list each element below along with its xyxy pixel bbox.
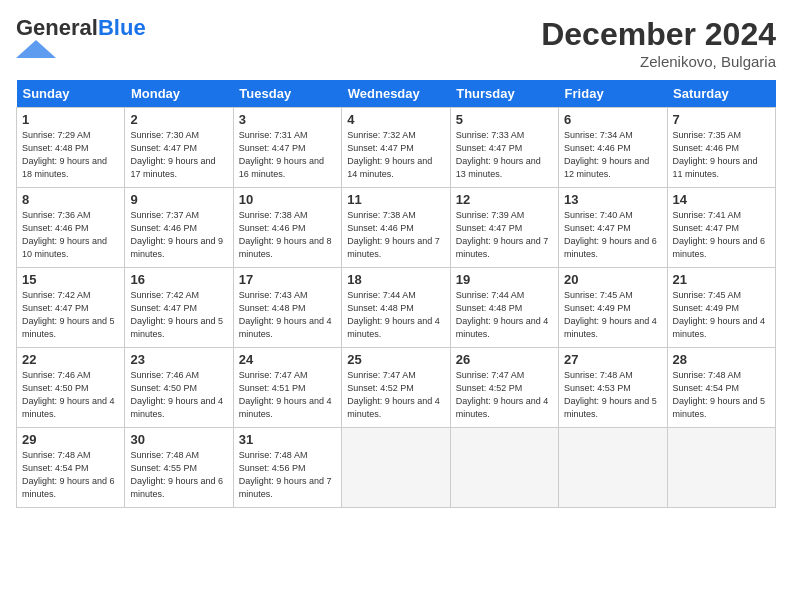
svg-marker-0 [16,40,56,58]
day-number: 30 [130,432,227,447]
day-info: Sunrise: 7:36 AM Sunset: 4:46 PM Dayligh… [22,209,119,261]
day-number: 20 [564,272,661,287]
calendar-table: Sunday Monday Tuesday Wednesday Thursday… [16,80,776,508]
day-number: 14 [673,192,770,207]
day-cell-23: 23 Sunrise: 7:46 AM Sunset: 4:50 PM Dayl… [125,348,233,428]
day-info: Sunrise: 7:48 AM Sunset: 4:56 PM Dayligh… [239,449,336,501]
day-cell-7: 7 Sunrise: 7:35 AM Sunset: 4:46 PM Dayli… [667,108,775,188]
th-sunday: Sunday [17,80,125,108]
day-number: 4 [347,112,444,127]
th-saturday: Saturday [667,80,775,108]
day-number: 15 [22,272,119,287]
empty-cell [450,428,558,508]
day-info: Sunrise: 7:47 AM Sunset: 4:51 PM Dayligh… [239,369,336,421]
day-info: Sunrise: 7:46 AM Sunset: 4:50 PM Dayligh… [22,369,119,421]
month-title: December 2024 [541,16,776,53]
day-cell-3: 3 Sunrise: 7:31 AM Sunset: 4:47 PM Dayli… [233,108,341,188]
day-number: 17 [239,272,336,287]
day-cell-16: 16 Sunrise: 7:42 AM Sunset: 4:47 PM Dayl… [125,268,233,348]
day-number: 1 [22,112,119,127]
day-info: Sunrise: 7:30 AM Sunset: 4:47 PM Dayligh… [130,129,227,181]
day-cell-27: 27 Sunrise: 7:48 AM Sunset: 4:53 PM Dayl… [559,348,667,428]
day-number: 26 [456,352,553,367]
day-cell-6: 6 Sunrise: 7:34 AM Sunset: 4:46 PM Dayli… [559,108,667,188]
day-cell-10: 10 Sunrise: 7:38 AM Sunset: 4:46 PM Dayl… [233,188,341,268]
day-info: Sunrise: 7:40 AM Sunset: 4:47 PM Dayligh… [564,209,661,261]
day-number: 11 [347,192,444,207]
day-info: Sunrise: 7:45 AM Sunset: 4:49 PM Dayligh… [564,289,661,341]
day-cell-13: 13 Sunrise: 7:40 AM Sunset: 4:47 PM Dayl… [559,188,667,268]
day-cell-31: 31 Sunrise: 7:48 AM Sunset: 4:56 PM Dayl… [233,428,341,508]
day-cell-24: 24 Sunrise: 7:47 AM Sunset: 4:51 PM Dayl… [233,348,341,428]
day-info: Sunrise: 7:37 AM Sunset: 4:46 PM Dayligh… [130,209,227,261]
day-cell-1: 1 Sunrise: 7:29 AM Sunset: 4:48 PM Dayli… [17,108,125,188]
day-info: Sunrise: 7:33 AM Sunset: 4:47 PM Dayligh… [456,129,553,181]
header: GeneralBlue December 2024 Zelenikovo, Bu… [16,16,776,70]
day-info: Sunrise: 7:35 AM Sunset: 4:46 PM Dayligh… [673,129,770,181]
day-number: 19 [456,272,553,287]
day-number: 8 [22,192,119,207]
logo-text: GeneralBlue [16,16,146,40]
day-cell-21: 21 Sunrise: 7:45 AM Sunset: 4:49 PM Dayl… [667,268,775,348]
th-tuesday: Tuesday [233,80,341,108]
day-number: 21 [673,272,770,287]
day-info: Sunrise: 7:43 AM Sunset: 4:48 PM Dayligh… [239,289,336,341]
day-info: Sunrise: 7:31 AM Sunset: 4:47 PM Dayligh… [239,129,336,181]
day-number: 22 [22,352,119,367]
logo: GeneralBlue [16,16,146,62]
day-info: Sunrise: 7:38 AM Sunset: 4:46 PM Dayligh… [239,209,336,261]
day-number: 16 [130,272,227,287]
location: Zelenikovo, Bulgaria [541,53,776,70]
day-number: 31 [239,432,336,447]
day-info: Sunrise: 7:42 AM Sunset: 4:47 PM Dayligh… [130,289,227,341]
day-number: 9 [130,192,227,207]
day-number: 12 [456,192,553,207]
day-number: 6 [564,112,661,127]
day-number: 28 [673,352,770,367]
logo-icon [16,40,56,58]
day-cell-15: 15 Sunrise: 7:42 AM Sunset: 4:47 PM Dayl… [17,268,125,348]
day-info: Sunrise: 7:39 AM Sunset: 4:47 PM Dayligh… [456,209,553,261]
empty-cell [667,428,775,508]
day-info: Sunrise: 7:45 AM Sunset: 4:49 PM Dayligh… [673,289,770,341]
day-info: Sunrise: 7:48 AM Sunset: 4:54 PM Dayligh… [22,449,119,501]
week-row-1: 8 Sunrise: 7:36 AM Sunset: 4:46 PM Dayli… [17,188,776,268]
day-info: Sunrise: 7:32 AM Sunset: 4:47 PM Dayligh… [347,129,444,181]
day-cell-30: 30 Sunrise: 7:48 AM Sunset: 4:55 PM Dayl… [125,428,233,508]
day-number: 3 [239,112,336,127]
day-number: 10 [239,192,336,207]
day-info: Sunrise: 7:44 AM Sunset: 4:48 PM Dayligh… [347,289,444,341]
day-number: 23 [130,352,227,367]
day-info: Sunrise: 7:48 AM Sunset: 4:53 PM Dayligh… [564,369,661,421]
day-number: 13 [564,192,661,207]
day-info: Sunrise: 7:41 AM Sunset: 4:47 PM Dayligh… [673,209,770,261]
day-info: Sunrise: 7:34 AM Sunset: 4:46 PM Dayligh… [564,129,661,181]
day-info: Sunrise: 7:38 AM Sunset: 4:46 PM Dayligh… [347,209,444,261]
day-number: 7 [673,112,770,127]
day-cell-18: 18 Sunrise: 7:44 AM Sunset: 4:48 PM Dayl… [342,268,450,348]
empty-cell [559,428,667,508]
day-cell-4: 4 Sunrise: 7:32 AM Sunset: 4:47 PM Dayli… [342,108,450,188]
day-cell-26: 26 Sunrise: 7:47 AM Sunset: 4:52 PM Dayl… [450,348,558,428]
th-wednesday: Wednesday [342,80,450,108]
day-info: Sunrise: 7:48 AM Sunset: 4:55 PM Dayligh… [130,449,227,501]
day-info: Sunrise: 7:29 AM Sunset: 4:48 PM Dayligh… [22,129,119,181]
week-row-3: 22 Sunrise: 7:46 AM Sunset: 4:50 PM Dayl… [17,348,776,428]
th-thursday: Thursday [450,80,558,108]
day-cell-25: 25 Sunrise: 7:47 AM Sunset: 4:52 PM Dayl… [342,348,450,428]
day-number: 25 [347,352,444,367]
th-friday: Friday [559,80,667,108]
th-monday: Monday [125,80,233,108]
day-cell-12: 12 Sunrise: 7:39 AM Sunset: 4:47 PM Dayl… [450,188,558,268]
day-cell-2: 2 Sunrise: 7:30 AM Sunset: 4:47 PM Dayli… [125,108,233,188]
day-info: Sunrise: 7:48 AM Sunset: 4:54 PM Dayligh… [673,369,770,421]
day-cell-5: 5 Sunrise: 7:33 AM Sunset: 4:47 PM Dayli… [450,108,558,188]
day-info: Sunrise: 7:44 AM Sunset: 4:48 PM Dayligh… [456,289,553,341]
day-info: Sunrise: 7:46 AM Sunset: 4:50 PM Dayligh… [130,369,227,421]
day-info: Sunrise: 7:47 AM Sunset: 4:52 PM Dayligh… [456,369,553,421]
day-info: Sunrise: 7:47 AM Sunset: 4:52 PM Dayligh… [347,369,444,421]
day-info: Sunrise: 7:42 AM Sunset: 4:47 PM Dayligh… [22,289,119,341]
day-cell-14: 14 Sunrise: 7:41 AM Sunset: 4:47 PM Dayl… [667,188,775,268]
calendar-container: GeneralBlue December 2024 Zelenikovo, Bu… [0,0,792,516]
day-number: 18 [347,272,444,287]
